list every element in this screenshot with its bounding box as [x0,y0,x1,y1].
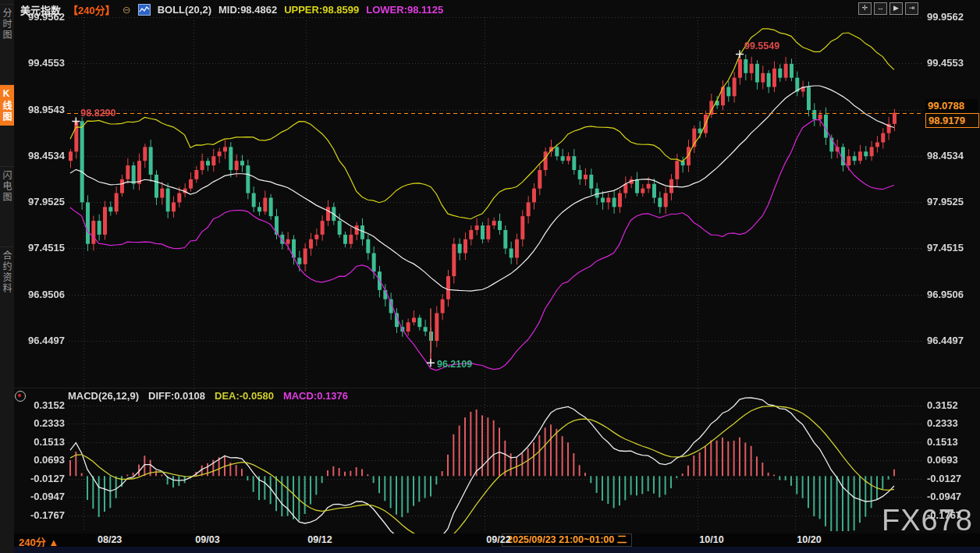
selected-bar-time: 2025/09/23 21:00~01:00 二 [502,534,632,547]
date-tick-09/12: 09/12 [307,534,332,545]
date-tick-08/23: 08/23 [98,534,122,545]
date-tick-09/22: 09/22 [486,534,510,545]
price-tick-right: 97.9525 [927,196,978,208]
macd-tick-right: -0.0947 [927,491,978,503]
price-tick-right: 96.4497 [927,335,978,347]
price-annotation: 99.5549 [744,41,779,51]
price-tick-right: 96.9506 [927,289,978,301]
sidebar-item-2[interactable]: 闪电图 [0,166,14,206]
macd-diff-value: DIFF:0.0108 [148,390,205,402]
macd-tick-left: 0.0693 [12,454,65,466]
collapse-icon[interactable]: ⊖ [123,4,131,16]
indicator-icon[interactable] [138,4,151,16]
macd-name: MACD(26,12,9) [68,390,139,402]
macd-tick-left: 0.2333 [12,417,65,430]
price-tick-right: 98.4534 [927,150,978,162]
sidebar-item-0[interactable]: 分时图 [0,4,14,44]
macd-tick-right: -0.0127 [927,473,978,485]
indicator-settings-icon[interactable] [15,391,26,402]
macd-dea-value: DEA:-0.0580 [215,390,274,402]
price-annotation: 96.2109 [437,359,472,370]
macd-tick-right: 0.3152 [927,399,978,412]
macd-tick-left: -0.0947 [12,491,65,503]
boll-lower-value: LOWER:98.1125 [366,4,443,16]
date-tick-09/03: 09/03 [195,534,219,545]
price-tick-left: 97.4515 [12,242,65,254]
price-tick-right: 99.9562 [927,11,978,23]
price-tick-left: 99.4553 [12,57,65,69]
price-tick-left: 96.4497 [12,335,65,347]
price-tick-left: 98.9543 [12,104,65,116]
boll-upper-value: UPPER:98.8599 [284,4,359,16]
snap-right-icon[interactable]: ⇥ [905,2,918,15]
macd-tick-right: 0.0693 [927,454,978,466]
period-label: 【240分】 [68,2,115,17]
macd-tick-left: -0.1767 [12,509,65,522]
trading-app-window: 分时图K线图闪电图合约资料 美元指数 【240分】 ⊖ BOLL(20,2) M… [0,0,980,553]
price-badge-upper: 99.0788 [925,99,978,112]
date-tick-10/10: 10/10 [699,534,723,545]
sidebar-item-3[interactable]: 合约资料 [0,246,14,297]
boll-label: BOLL(20,2) [158,4,211,16]
macd-tick-left: 0.1513 [12,436,65,448]
watermark: FX678 [882,504,973,537]
chart-header: 美元指数 【240分】 ⊖ BOLL(20,2) MID:98.4862 UPP… [20,2,443,16]
price-tick-left: 98.4534 [12,150,65,162]
sidebar-item-1[interactable]: K线图 [0,84,14,126]
macd-macd-value: MACD:0.1376 [283,390,348,402]
kline-macd-chart-canvas[interactable] [0,0,980,553]
price-tick-left: 96.9506 [12,289,65,301]
boll-mid-value: MID:98.4862 [218,4,277,16]
price-tick-right: 99.4553 [927,57,978,69]
price-annotation: 98.8290 [80,108,115,119]
auto-play-icon[interactable]: ▶ [889,2,903,15]
price-badge-current: 98.9179 [925,113,979,128]
chart-toolbar: ✛↔▶⇥ [858,2,918,15]
macd-tick-left: -0.0127 [12,473,65,485]
price-tick-right: 97.4515 [927,242,978,254]
macd-header: MACD(26,12,9) DIFF:0.0108 DEA:-0.0580 MA… [68,390,348,402]
price-tick-left: 97.9525 [12,196,65,208]
symbol-title: 美元指数 [20,2,61,17]
zoom-horizontal-icon[interactable]: ↔ [874,2,887,15]
pan-crosshair-icon[interactable]: ✛ [858,2,872,15]
bottom-strip [14,547,980,553]
date-tick-10/20: 10/20 [797,534,821,545]
chart-type-sidebar: 分时图K线图闪电图合约资料 [0,0,14,553]
time-axis-bar: 240分 ▲ 2025/09/23 21:00~01:00 二 08/2309/… [14,534,980,547]
macd-tick-right: 0.1513 [927,436,978,448]
macd-tick-right: 0.2333 [927,417,978,430]
